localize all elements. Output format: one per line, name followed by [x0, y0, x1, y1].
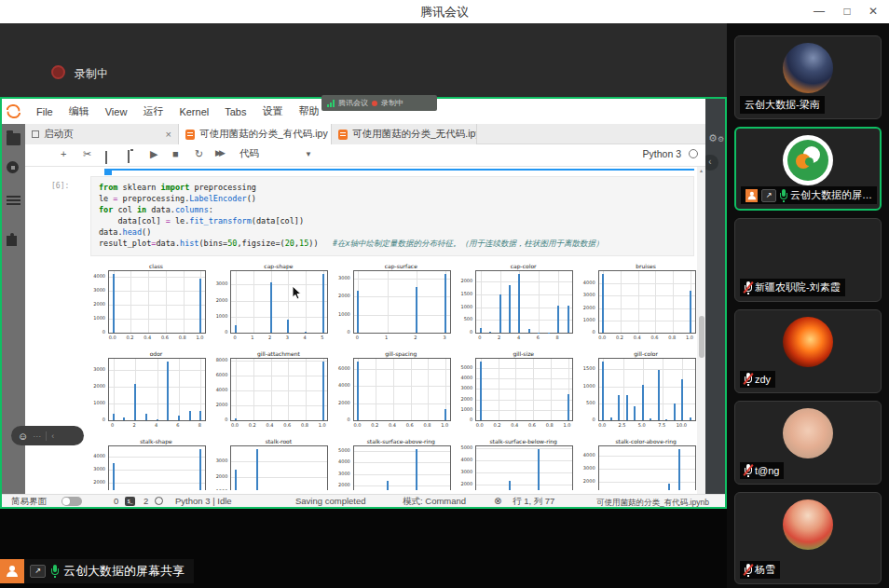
- y-tick-label: 4000: [86, 453, 105, 458]
- y-tick-label: 3000: [453, 469, 472, 474]
- y-tick-label: 4000: [86, 273, 105, 279]
- record-dot-icon: [372, 101, 377, 106]
- menu-tabs[interactable]: Tabs: [225, 106, 246, 117]
- histogram-bar: [499, 294, 501, 333]
- x-tick-label: 1: [245, 335, 260, 340]
- participant-name: 云创大数据-梁南: [745, 98, 820, 112]
- participant-tile[interactable]: 云创大数据-梁南: [734, 35, 882, 119]
- menu-kernel[interactable]: Kernel: [179, 106, 209, 117]
- hist-cap-shape: cap-shape0100020003000012345: [208, 262, 330, 349]
- close-button[interactable]: ✕: [861, 3, 885, 21]
- histogram-bar: [189, 411, 191, 420]
- y-tick-label: 5000: [453, 364, 472, 370]
- histogram-bar: [287, 320, 289, 333]
- kernel-count[interactable]: 2: [144, 496, 148, 506]
- tab-notebook-no-code[interactable]: 可使用菌菇的分类_无代码.ipy ×: [332, 124, 477, 144]
- restart-kernel-icon[interactable]: ↻: [195, 148, 203, 160]
- y-tick-label: 0: [331, 417, 350, 422]
- meeting-float-bar[interactable]: 腾讯会议 录制中: [321, 95, 437, 111]
- menu-help[interactable]: 帮助: [298, 104, 319, 118]
- run-icon[interactable]: ▶: [150, 148, 157, 160]
- float-bar-record-label: 录制中: [381, 98, 403, 108]
- histogram-bar: [305, 332, 307, 333]
- x-tick-label: 7.5: [654, 422, 669, 428]
- y-tick-label: 2000: [576, 478, 595, 484]
- copy-icon[interactable]: [105, 152, 107, 163]
- menu-file[interactable]: File: [36, 106, 53, 117]
- add-cell-icon[interactable]: +: [61, 148, 66, 159]
- gear-icon[interactable]: ⚙⚙: [708, 132, 724, 144]
- y-tick-label: 3000: [576, 465, 595, 471]
- restart-run-all-icon[interactable]: ▶▶: [215, 148, 223, 157]
- tab-launcher[interactable]: 启动页 ×: [25, 124, 179, 144]
- x-tick-label: 0.8: [419, 422, 434, 428]
- scroll-up-icon[interactable]: ▴: [697, 167, 705, 173]
- menu-edit[interactable]: 编辑: [69, 104, 89, 118]
- extensions-icon[interactable]: [7, 236, 17, 246]
- menu-settings[interactable]: 设置: [262, 104, 282, 118]
- histogram-bar: [357, 362, 359, 420]
- x-tick-label: 0.2: [122, 335, 137, 340]
- code-lines: from sklearn import preprocessingle = pr…: [99, 182, 686, 249]
- participant-tile-active-speaker[interactable]: ↗ 云创大数据的屏…: [734, 127, 882, 211]
- command-mode-label[interactable]: 模式: Command: [403, 496, 466, 508]
- table-of-contents-icon[interactable]: [7, 196, 21, 198]
- cell-type-dropdown[interactable]: 代码: [239, 147, 259, 160]
- histogram-bar: [235, 418, 237, 420]
- member-badge-icon: [745, 189, 758, 202]
- participant-tile[interactable]: zdy: [734, 309, 882, 393]
- collapse-icon[interactable]: ‹: [51, 431, 54, 441]
- divider: [46, 431, 47, 441]
- paste-icon[interactable]: [128, 151, 130, 162]
- scrollbar-thumb[interactable]: [699, 316, 704, 358]
- x-tick-label: 2.5: [615, 422, 630, 428]
- menu-view[interactable]: View: [105, 106, 128, 117]
- participant-tile[interactable]: 新疆农职院-刘素霞: [734, 218, 882, 302]
- code-line: from sklearn import preprocessing: [99, 182, 686, 193]
- code-editor[interactable]: from sklearn import preprocessingle = pr…: [90, 176, 694, 256]
- participant-tile[interactable]: 杨雪: [734, 492, 882, 584]
- y-tick-label: 2000: [208, 297, 227, 303]
- x-tick-label: 5.0: [635, 422, 650, 428]
- menu-run[interactable]: 运行: [143, 104, 163, 118]
- stop-icon[interactable]: ■: [172, 148, 179, 159]
- x-tick-label: 10.0: [674, 422, 689, 428]
- file-browser-icon[interactable]: [7, 133, 21, 145]
- simple-ui-toggle[interactable]: [62, 497, 82, 506]
- hist-odor: odor010002000300002468: [86, 349, 208, 437]
- histogram-bar: [668, 484, 670, 490]
- cell-prompt: [6]:: [51, 182, 69, 190]
- kernel-name[interactable]: Python 3: [643, 148, 681, 159]
- tab-close-icon[interactable]: ×: [166, 129, 171, 140]
- hist-gill-spacing: gill-spacing02000400060000.00.20.40.60.8…: [331, 349, 453, 437]
- chart-plot: [230, 270, 328, 334]
- kernel-status-text[interactable]: Python 3 | Idle: [175, 496, 232, 506]
- x-tick-label: 1: [379, 335, 394, 340]
- terminal-count[interactable]: 0: [114, 496, 118, 506]
- cursor-position[interactable]: 行 1, 列 77: [513, 496, 554, 508]
- histogram-bar: [528, 329, 530, 333]
- cell-collapser[interactable]: [104, 169, 112, 175]
- x-tick-label: 0.0: [472, 422, 487, 428]
- histogram-bar: [509, 481, 511, 490]
- maximize-button[interactable]: □: [835, 3, 859, 21]
- chart-plot: [108, 445, 206, 490]
- histogram-bar: [610, 417, 612, 420]
- histogram-bar: [634, 406, 636, 420]
- histogram-bar: [256, 449, 258, 490]
- participant-tile[interactable]: t@ng: [734, 401, 882, 485]
- y-tick-label: 2000: [331, 400, 350, 405]
- y-tick-label: 1000: [576, 317, 595, 322]
- hist-class: class010002000300040000.00.20.40.60.81.0: [86, 262, 208, 349]
- running-kernels-icon[interactable]: [7, 161, 19, 173]
- share-banner-text: 云创大数据的屏幕共享: [63, 563, 185, 580]
- cut-icon[interactable]: ✂: [83, 148, 91, 160]
- kernel-status-icon[interactable]: [689, 149, 698, 158]
- notebook-content: [6]: from sklearn import preprocessingle…: [25, 167, 705, 494]
- y-tick-label: 1000: [208, 488, 227, 490]
- y-tick-label: 2000: [208, 402, 227, 407]
- emoji-bubble[interactable]: ☺ ··· ‹: [11, 426, 84, 445]
- notebook-scrollbar[interactable]: ▴: [697, 167, 705, 494]
- tab-notebook-with-code[interactable]: 可使用菌菇的分类_有代码.ipy ×: [179, 124, 332, 144]
- minimize-button[interactable]: —: [807, 3, 831, 21]
